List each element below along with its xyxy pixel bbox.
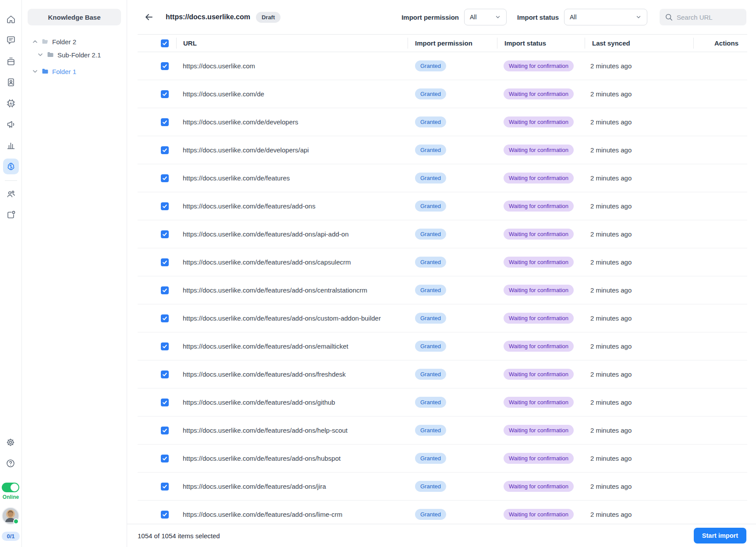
app-window: AI Online (0, 0, 756, 547)
row-checkbox[interactable] (161, 455, 169, 462)
table-row: https://docs.userlike.com/de/features/ad… (138, 501, 747, 524)
folder-tree: Folder 2 Sub-Folder 2.1 Folder 1 (28, 35, 121, 78)
column-header-import-permission[interactable]: Import permission (408, 38, 497, 49)
column-header-last-synced[interactable]: Last synced (585, 38, 693, 49)
row-url: https://docs.userlike.com/de/features/ad… (176, 455, 408, 462)
contacts-icon[interactable] (3, 74, 19, 90)
folder-open-icon (42, 38, 49, 45)
row-checkbox[interactable] (161, 174, 169, 182)
row-checkbox[interactable] (161, 371, 169, 378)
start-import-button[interactable]: Start import (694, 528, 746, 543)
icon-rail: AI Online (0, 0, 22, 547)
rail-divider (5, 180, 17, 181)
import-permission-select[interactable]: All (464, 9, 507, 25)
sidebar-title[interactable]: Knowledge Base (28, 9, 121, 25)
tree-item-sub-folder-2-1[interactable]: Sub-Folder 2.1 (33, 48, 121, 61)
tree-item-folder-1[interactable]: Folder 1 (28, 65, 121, 78)
settings-gear-icon[interactable] (3, 434, 18, 450)
status-badge: Waiting for confirmation (504, 369, 574, 380)
column-header-url[interactable]: URL (176, 38, 408, 49)
status-badge: Waiting for confirmation (504, 313, 574, 324)
status-badge: Waiting for confirmation (504, 88, 574, 99)
status-badge: Waiting for confirmation (504, 145, 574, 155)
row-checkbox[interactable] (161, 483, 169, 491)
column-header-import-status[interactable]: Import status (497, 38, 585, 49)
chevron-down-icon[interactable] (32, 68, 39, 75)
inbox-icon[interactable] (3, 53, 19, 69)
status-badge: Waiting for confirmation (504, 201, 574, 212)
row-url: https://docs.userlike.com/de/developers (176, 118, 408, 126)
user-avatar[interactable] (2, 507, 19, 525)
row-checkbox[interactable] (161, 399, 169, 406)
chevron-down-icon (487, 14, 501, 20)
knowledge-base-icon[interactable] (3, 159, 19, 174)
row-checkbox[interactable] (161, 286, 169, 294)
row-url: https://docs.userlike.com/de/features/ad… (176, 342, 408, 350)
footer-bar: 1054 of 1054 items selected Start import (127, 524, 756, 547)
chevron-up-icon[interactable] (32, 38, 39, 45)
import-permission-value: All (470, 14, 477, 21)
last-synced: 2 minutes ago (585, 314, 693, 322)
draft-badge: Draft (256, 12, 280, 23)
home-icon[interactable] (3, 11, 19, 27)
tree-item-folder-2[interactable]: Folder 2 (28, 35, 121, 48)
last-synced: 2 minutes ago (585, 342, 693, 350)
row-checkbox[interactable] (161, 427, 169, 434)
row-checkbox[interactable] (161, 146, 169, 154)
permission-badge: Granted (415, 425, 446, 436)
topbar: https://docs.userlike.com Draft Import p… (127, 0, 756, 34)
row-checkbox[interactable] (161, 202, 169, 210)
status-badge: Waiting for confirmation (504, 285, 574, 296)
last-synced: 2 minutes ago (585, 455, 693, 462)
sidebar: Knowledge Base Folder 2 Sub-Folder 2.1 F… (22, 0, 127, 547)
table-row: https://docs.userlike.com/de/developers/… (138, 136, 747, 164)
last-synced: 2 minutes ago (585, 399, 693, 406)
search-box (660, 9, 746, 25)
permission-badge: Granted (415, 201, 446, 212)
back-button[interactable] (144, 11, 155, 23)
row-checkbox[interactable] (161, 230, 169, 238)
folder-icon (47, 51, 54, 58)
integrations-icon[interactable] (3, 207, 19, 223)
permission-badge: Granted (415, 257, 446, 268)
row-url: https://docs.userlike.com/de (176, 90, 408, 98)
row-checkbox[interactable] (161, 62, 169, 70)
campaigns-icon[interactable] (3, 116, 19, 132)
table-body: https://docs.userlike.com Granted Waitin… (138, 52, 747, 524)
row-checkbox[interactable] (161, 314, 169, 322)
conversations-icon[interactable] (3, 32, 19, 48)
team-icon[interactable] (3, 186, 19, 202)
permission-badge: Granted (415, 116, 446, 127)
row-checkbox[interactable] (161, 342, 169, 350)
online-toggle[interactable] (2, 483, 19, 492)
row-url: https://docs.userlike.com/de/features/ad… (176, 399, 408, 406)
import-status-select[interactable]: All (564, 9, 647, 25)
last-synced: 2 minutes ago (585, 118, 693, 126)
permission-badge: Granted (415, 369, 446, 380)
search-input[interactable] (677, 14, 741, 21)
status-badge: Waiting for confirmation (504, 425, 574, 436)
row-url: https://docs.userlike.com (176, 62, 408, 70)
svg-text:AI: AI (9, 102, 12, 105)
table-row: https://docs.userlike.com/de/features/ad… (138, 416, 747, 445)
last-synced: 2 minutes ago (585, 286, 693, 294)
chevron-down-icon[interactable] (37, 51, 44, 58)
row-checkbox[interactable] (161, 258, 169, 266)
status-badge: Waiting for confirmation (504, 229, 574, 240)
select-all-checkbox[interactable] (161, 39, 169, 47)
last-synced: 2 minutes ago (585, 511, 693, 518)
last-synced: 2 minutes ago (585, 258, 693, 266)
row-url: https://docs.userlike.com/de/features/ad… (176, 511, 408, 518)
permission-badge: Granted (415, 173, 446, 184)
row-url: https://docs.userlike.com/de/features/ad… (176, 202, 408, 210)
search-icon (665, 13, 673, 21)
permission-badge: Granted (415, 509, 446, 520)
ai-automation-icon[interactable]: AI (3, 95, 19, 111)
row-checkbox[interactable] (161, 90, 169, 98)
status-badge: Waiting for confirmation (504, 257, 574, 268)
row-checkbox[interactable] (161, 511, 169, 519)
help-icon[interactable] (3, 455, 18, 471)
permission-badge: Granted (415, 453, 446, 464)
analytics-icon[interactable] (3, 138, 19, 153)
row-checkbox[interactable] (161, 118, 169, 126)
